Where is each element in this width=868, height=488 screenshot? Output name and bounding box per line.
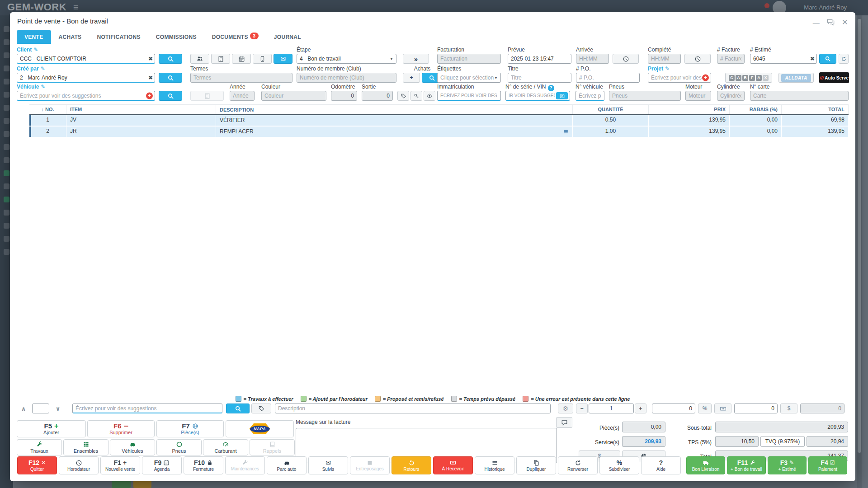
vehicule-search-button[interactable] xyxy=(159,91,182,101)
client-mobile-button[interactable] xyxy=(253,54,272,64)
no-facture-input[interactable] xyxy=(717,54,745,64)
arrivee-input[interactable] xyxy=(576,54,609,64)
item-tag-button[interactable] xyxy=(251,404,271,413)
supprimer-button[interactable]: F6− Supprimer xyxy=(87,420,155,437)
tab-documents[interactable]: DOCUMENTS3 xyxy=(204,30,266,44)
pneus-button[interactable]: Pneus xyxy=(156,439,202,455)
fermeture-button[interactable]: F10 Fermeture xyxy=(184,456,223,474)
description-input[interactable] xyxy=(275,404,551,413)
couleur-input[interactable] xyxy=(261,91,326,101)
pneus-input[interactable] xyxy=(609,91,681,101)
estime-refresh-button[interactable] xyxy=(839,54,849,64)
dupliquer-button[interactable]: Dupliquer xyxy=(516,456,556,474)
clear-icon[interactable]: ✖ xyxy=(148,56,153,61)
parc-auto-button[interactable]: Parc auto xyxy=(267,456,307,474)
cylindree-input[interactable] xyxy=(717,91,745,101)
po-input[interactable] xyxy=(576,73,640,83)
complete-clock-button[interactable] xyxy=(684,54,711,64)
help-icon[interactable]: ? xyxy=(548,85,554,91)
no-vehicule-input[interactable] xyxy=(576,91,604,101)
tab-notifications[interactable]: NOTIFICATIONS xyxy=(89,30,148,44)
cree-par-search-button[interactable] xyxy=(159,73,182,83)
a-recevoir-button[interactable]: À Recevoir xyxy=(433,456,473,474)
client-email-button[interactable]: ✉ xyxy=(274,54,292,64)
price-input[interactable] xyxy=(734,404,778,413)
sortie-input[interactable] xyxy=(362,91,393,101)
col-item[interactable]: ITEM xyxy=(66,105,216,114)
clear-icon[interactable]: ✖ xyxy=(810,56,815,61)
no-estime-input[interactable] xyxy=(750,54,817,64)
item-suggestion-input[interactable] xyxy=(72,404,222,413)
projet-input[interactable] xyxy=(648,73,711,83)
historique-button[interactable]: Historique xyxy=(475,456,514,474)
bon-de-travail-button[interactable]: F11 + Bon de travail xyxy=(727,456,766,474)
clear-icon[interactable]: ✖ xyxy=(148,75,153,80)
col-no[interactable]: ↓ NO. xyxy=(29,105,66,114)
camera-button[interactable] xyxy=(556,92,568,99)
row-down-button[interactable]: ∨ xyxy=(51,404,65,413)
retours-button[interactable]: Retours xyxy=(392,456,431,474)
table-row[interactable]: 1 JV VÉRIFIER 0.50 139,95 0,00 69,98 xyxy=(29,115,849,127)
line-settings-button[interactable]: ⚙ xyxy=(558,404,573,413)
money-button[interactable] xyxy=(714,404,731,413)
client-notes-button[interactable] xyxy=(211,54,230,64)
estime-search-button[interactable] xyxy=(819,54,836,64)
quitter-button[interactable]: F12✕ Quitter xyxy=(17,456,57,474)
bon-livraison-button[interactable]: Bon Livraison xyxy=(686,456,725,474)
prevue-input[interactable] xyxy=(508,54,571,64)
client-input[interactable] xyxy=(17,54,155,64)
achats-add-button[interactable]: + xyxy=(403,73,420,83)
carte-input[interactable] xyxy=(750,91,849,101)
edit-icon[interactable]: ✎ xyxy=(41,66,45,72)
minimize-button[interactable]: — xyxy=(813,19,820,26)
row-number-input[interactable] xyxy=(32,404,49,413)
termes-input[interactable] xyxy=(190,73,292,83)
estime-button[interactable]: F3✎ + Estimé xyxy=(768,456,807,474)
carburant-button[interactable]: Carburant xyxy=(203,439,248,455)
table-row[interactable]: 2 JR REMPLACER 1.00 139,95 0,00 139,95 xyxy=(29,127,849,138)
eye-button[interactable] xyxy=(424,91,435,101)
discount-input[interactable] xyxy=(652,404,695,413)
odometre-input[interactable] xyxy=(331,91,357,101)
pieces-button[interactable]: F7 Pièce(s) xyxy=(156,420,224,437)
etiquettes-select[interactable]: Cliquez pour sélectionner▼ xyxy=(437,73,501,83)
col-description[interactable]: DESCRIPTION xyxy=(216,105,573,114)
moteur-input[interactable] xyxy=(685,91,711,101)
subdiviser-button[interactable]: % Subdiviser xyxy=(599,456,639,474)
complete-input[interactable] xyxy=(648,54,681,64)
client-search-button[interactable] xyxy=(159,54,182,64)
row-menu-icon[interactable] xyxy=(563,129,569,135)
item-search-button[interactable] xyxy=(226,404,250,413)
vehicule-input[interactable] xyxy=(17,91,155,101)
paiement-button[interactable]: F4☑ Paiement xyxy=(808,456,847,474)
col-quantite[interactable]: QUANTITÉ xyxy=(573,105,649,114)
dollar-button[interactable]: $ xyxy=(780,404,797,413)
horodateur-button[interactable]: Horodateur xyxy=(59,456,99,474)
ajouter-button[interactable]: F5+ Ajouter xyxy=(17,420,86,437)
autoserve-button[interactable]: ///Auto Serve xyxy=(819,72,849,83)
titre-input[interactable] xyxy=(508,73,571,83)
immatriculation-input[interactable] xyxy=(437,91,501,101)
qty-plus-button[interactable]: + xyxy=(635,404,646,413)
col-prix[interactable]: PRIX xyxy=(649,105,730,114)
tab-commissions[interactable]: COMMISSIONS xyxy=(148,30,204,44)
tab-achats[interactable]: ACHATS xyxy=(51,30,90,44)
next-step-button[interactable]: » xyxy=(403,54,429,64)
tab-vente[interactable]: VENTE xyxy=(17,30,51,44)
nouvelle-vente-button[interactable]: F1+ Nouvelle vente xyxy=(100,456,140,474)
key-button[interactable] xyxy=(410,91,422,101)
qty-minus-button[interactable]: − xyxy=(576,404,588,413)
qty-input[interactable] xyxy=(589,404,634,413)
facturation-input[interactable] xyxy=(437,54,501,64)
suivis-button[interactable]: ✉ Suivis xyxy=(308,456,348,474)
cree-par-input[interactable] xyxy=(17,73,155,83)
carfax-button[interactable]: CARFAX xyxy=(725,73,772,83)
add-circle-icon[interactable]: + xyxy=(702,75,709,81)
renverser-button[interactable]: Renverser xyxy=(558,456,598,474)
col-rabais[interactable]: RABAIS (%) xyxy=(730,105,782,114)
chat-button[interactable] xyxy=(826,18,835,27)
col-total[interactable]: TOTAL xyxy=(782,105,849,114)
row-up-button[interactable]: ∧ xyxy=(17,404,30,413)
arrivee-clock-button[interactable] xyxy=(613,54,639,64)
napa-button[interactable]: NAPA xyxy=(226,420,294,437)
